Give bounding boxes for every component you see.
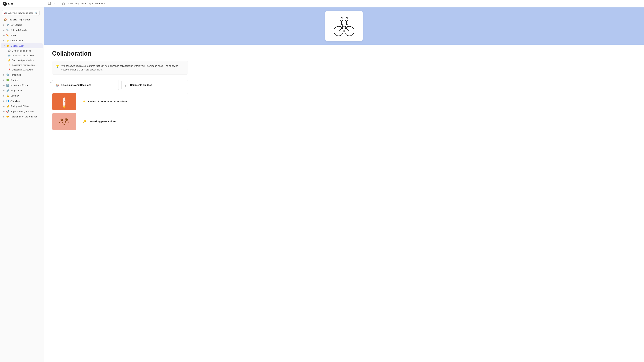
sidebar-subitem-cascading-permissions[interactable]: ⚡ Cascading permissions bbox=[3, 63, 43, 67]
search-icon: 🔍 bbox=[35, 12, 38, 14]
sidebar-item-label: Organization bbox=[10, 39, 24, 42]
sidebar-toggle-button[interactable] bbox=[47, 1, 52, 6]
sidebar-item-support[interactable]: ▶ 📢 Support & Bug Reports bbox=[1, 109, 43, 114]
chevron-down-icon: ▼ bbox=[4, 45, 5, 47]
sub-item-label: Questions & Answers bbox=[12, 68, 33, 71]
analytics-icon: 📊 bbox=[6, 99, 9, 102]
forward-button[interactable]: › bbox=[58, 1, 60, 6]
sidebar-item-label: Sharing bbox=[10, 79, 18, 81]
svg-point-29 bbox=[63, 106, 65, 108]
sidebar-subitem-questions-answers[interactable]: ❓ Questions & Answers bbox=[3, 67, 43, 72]
layout: 🤖 Ask your knowledge base 🔍 🏠 The Slite … bbox=[0, 7, 644, 362]
ask-knowledge-base-button[interactable]: 🤖 Ask your knowledge base 🔍 bbox=[2, 10, 40, 16]
card-thumb-peach bbox=[52, 113, 76, 130]
sidebar-item-label: Pricing and Billing bbox=[10, 105, 28, 107]
breadcrumb: The Slite Help Center / Collaboration bbox=[62, 2, 105, 5]
chevron-right-icon: ▶ bbox=[4, 29, 5, 31]
chevron-right-icon: ▶ bbox=[4, 110, 5, 112]
card-content: 🔑 Cascading permissions bbox=[79, 117, 120, 126]
sidebar-item-ask-and-search[interactable]: ▶ 🔍 Ask and Search bbox=[1, 27, 43, 33]
ask-kb-label: Ask your knowledge base bbox=[8, 12, 33, 14]
permissions-card-icon: ⚡ bbox=[83, 100, 86, 103]
chevron-right-icon: ▶ bbox=[4, 34, 5, 36]
chevron-right-icon: ▶ bbox=[4, 95, 5, 97]
chevron-right-icon: ▶ bbox=[4, 79, 5, 81]
cascading-icon: ⚡ bbox=[8, 64, 10, 66]
sidebar-subitem-comments-on-docs[interactable]: 💬 Comments on docs bbox=[3, 48, 43, 53]
sidebar-item-partnering[interactable]: ▶ 🤝 Partnering for the long haul bbox=[1, 114, 43, 119]
sidebar-subitem-document-permissions[interactable]: 🔑 Document permissions bbox=[3, 58, 43, 62]
organization-icon: 📁 bbox=[6, 39, 9, 42]
main-content: Collaboration 💡 We have two dedicated fe… bbox=[44, 7, 644, 362]
sidebar-item-analytics[interactable]: ▶ 📊 Analytics bbox=[1, 98, 43, 103]
sidebar-item-templates[interactable]: ▶ ⚙️ Templates bbox=[1, 72, 43, 77]
sidebar-item-label: Collaboration bbox=[11, 45, 24, 47]
sidebar-item-collaboration[interactable]: ▼ 🤝 Collaboration bbox=[1, 43, 43, 48]
hero-illustration bbox=[330, 15, 358, 37]
sidebar-item-sharing[interactable]: ▶ 🟢 Sharing bbox=[1, 77, 43, 82]
sidebar-item-organization[interactable]: ▶ 📁 Organization bbox=[1, 38, 43, 43]
sidebar-item-label: Templates bbox=[10, 73, 21, 76]
pricing-icon: 💰 bbox=[6, 105, 9, 107]
sidebar-item-label: Analytics bbox=[10, 100, 20, 102]
ask-search-icon: 🔍 bbox=[6, 29, 9, 31]
card-label: Comments on docs bbox=[130, 84, 152, 86]
card-cascading-permissions[interactable]: 🔑 Cascading permissions bbox=[52, 113, 188, 130]
ask-kb-icon: 🤖 bbox=[4, 12, 7, 14]
comments-card-icon: 💬 bbox=[125, 83, 128, 87]
drag-handle[interactable]: ⠿ bbox=[49, 80, 53, 85]
card-basics-permissions[interactable]: ⚡ Basics of document permissions bbox=[52, 93, 188, 110]
chevron-right-icon: ▶ bbox=[4, 116, 5, 118]
support-icon: 📢 bbox=[6, 110, 9, 113]
chevron-right-icon: ▶ bbox=[4, 100, 5, 102]
breadcrumb-root[interactable]: The Slite Help Center bbox=[62, 2, 86, 5]
card-thumb-orange bbox=[52, 93, 76, 110]
content-area: Collaboration 💡 We have two dedicated fe… bbox=[44, 45, 196, 138]
callout-box: 💡 We have two dedicated features that ca… bbox=[52, 61, 188, 74]
card-discussions-decisions[interactable]: 🥁 Discussions and Decisions bbox=[52, 80, 119, 90]
doc-cards-row: ⠿ 🥁 Discussions and Decisions 💬 Comments… bbox=[52, 80, 188, 90]
back-button[interactable]: ‹ bbox=[54, 1, 56, 6]
sidebar-subitem-automate-doc-creation[interactable]: ⚙️ Automate doc creation bbox=[3, 53, 43, 58]
sidebar-item-pricing-billing[interactable]: ▶ 💰 Pricing and Billing bbox=[1, 104, 43, 109]
sidebar-item-slite-help-center[interactable]: 🏠 The Slite Help Center bbox=[1, 17, 43, 22]
svg-rect-2 bbox=[62, 3, 64, 5]
svg-point-14 bbox=[340, 17, 343, 21]
logo-icon: S bbox=[3, 2, 7, 6]
qa-icon: ❓ bbox=[8, 68, 10, 71]
sub-item-label: Automate doc creation bbox=[12, 54, 34, 57]
chevron-right-icon: ▶ bbox=[4, 40, 5, 41]
sidebar: 🤖 Ask your knowledge base 🔍 🏠 The Slite … bbox=[0, 7, 44, 362]
collaboration-sub-items: 💬 Comments on docs ⚙️ Automate doc creat… bbox=[0, 48, 44, 72]
page-title: Collaboration bbox=[52, 50, 188, 57]
app-logo: S Slite bbox=[3, 2, 45, 6]
sidebar-item-get-started[interactable]: ▶ 🚀 Get Started bbox=[1, 22, 43, 27]
sidebar-item-editor[interactable]: ▶ ✏️ Editor bbox=[1, 33, 43, 38]
svg-point-20 bbox=[345, 17, 348, 21]
app-name: Slite bbox=[8, 2, 14, 5]
sidebar-item-security[interactable]: ▶ 🔒 Security bbox=[1, 93, 43, 98]
card-comments-on-docs[interactable]: 💬 Comments on docs bbox=[122, 80, 188, 90]
callout-text: We have two dedicated features that can … bbox=[62, 64, 184, 72]
card-content: ⚡ Basics of document permissions bbox=[79, 97, 131, 106]
chevron-right-icon: ▶ bbox=[4, 24, 5, 26]
card-label: Cascading permissions bbox=[88, 120, 116, 123]
templates-icon: ⚙️ bbox=[6, 73, 9, 76]
security-icon: 🔒 bbox=[6, 94, 9, 97]
sidebar-item-integrations[interactable]: ▶ 🔗 Integrations bbox=[1, 88, 43, 93]
svg-marker-27 bbox=[63, 96, 66, 100]
sub-item-label: Cascading permissions bbox=[12, 64, 34, 66]
sidebar-item-import-export[interactable]: ▶ ⬆️ Import and Export bbox=[1, 83, 43, 88]
chevron-right-icon: ▶ bbox=[4, 90, 5, 91]
collaboration-icon: 🤝 bbox=[6, 44, 10, 47]
breadcrumb-separator: / bbox=[88, 2, 88, 5]
svg-point-30 bbox=[64, 100, 65, 102]
sidebar-item-label: Get Started bbox=[10, 24, 22, 26]
help-center-icon: 🏠 bbox=[4, 18, 7, 21]
import-export-icon: ⬆️ bbox=[6, 84, 9, 86]
sidebar-item-label: Integrations bbox=[10, 89, 22, 92]
permissions-icon: 🔑 bbox=[8, 59, 10, 61]
callout-emoji: 💡 bbox=[56, 64, 59, 72]
sub-item-label: Document permissions bbox=[12, 59, 34, 61]
editor-icon: ✏️ bbox=[6, 34, 9, 37]
